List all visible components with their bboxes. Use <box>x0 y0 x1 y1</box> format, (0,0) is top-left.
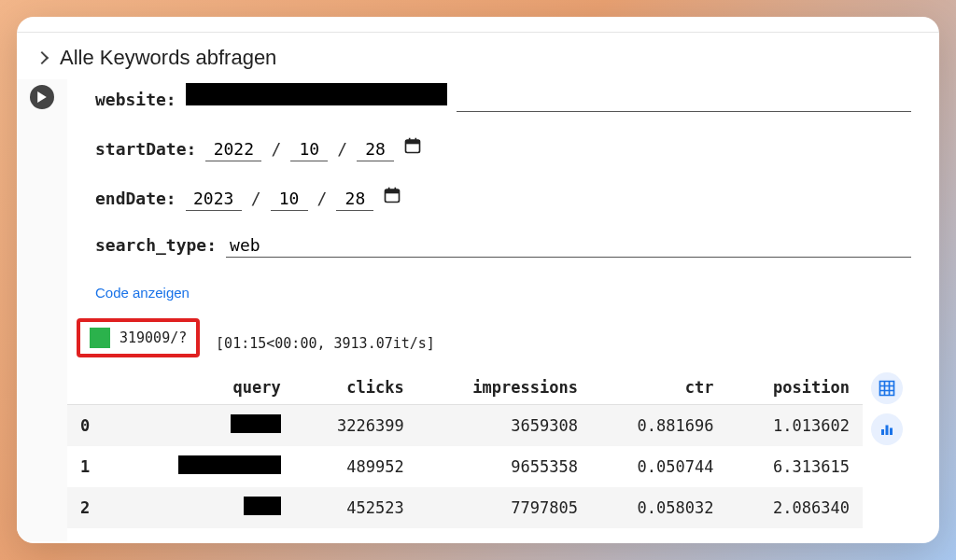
progress-wrap: 319009/? [01:15<00:00, 3913.07it/s] <box>67 318 911 357</box>
output-side-icons <box>863 371 911 445</box>
row-index: 2 <box>67 487 123 528</box>
svg-rect-9 <box>881 429 884 435</box>
output-row: 319009/? [01:15<00:00, 3913.07it/s] <box>17 318 911 357</box>
query-redacted <box>178 455 281 474</box>
progress-bar-icon <box>90 328 110 348</box>
svg-rect-11 <box>890 428 893 436</box>
col-query: query <box>123 371 294 405</box>
notebook-card: Alle Keywords abfragen m website: startD… <box>17 17 939 543</box>
cell-clicks: 3226399 <box>294 405 417 447</box>
gutter: m <box>17 79 67 541</box>
cell-ctr: 0.050744 <box>591 446 727 487</box>
cell-clicks: 489952 <box>294 446 417 487</box>
grid-icon <box>878 379 896 398</box>
dataframe-table: query clicks impressions ctr position 03… <box>67 371 863 528</box>
start-year-input[interactable] <box>205 139 261 161</box>
table-header-row: query clicks impressions ctr position <box>67 371 863 405</box>
progress-highlight: 319009/? <box>77 318 200 357</box>
play-icon <box>36 91 48 103</box>
table-view-button[interactable] <box>871 372 903 404</box>
slash: / <box>271 139 281 159</box>
row-index: 0 <box>67 405 123 447</box>
show-code-link[interactable]: Code anzeigen <box>95 285 190 301</box>
cell-header: Alle Keywords abfragen <box>17 33 939 79</box>
searchtype-label: search_type: <box>95 235 217 255</box>
end-year-input[interactable] <box>186 189 242 211</box>
enddate-row: endDate: / / <box>95 186 911 211</box>
cell-position: 1.013602 <box>726 405 863 447</box>
query-redacted <box>231 414 281 433</box>
svg-rect-1 <box>406 140 420 144</box>
calendar-icon[interactable] <box>403 136 422 155</box>
query-redacted <box>244 497 281 515</box>
row-index: 1 <box>67 446 123 487</box>
cell-impressions: 3659308 <box>417 405 591 447</box>
progress-count: 319009/? <box>120 329 187 346</box>
cell-title: Alle Keywords abfragen <box>60 46 276 70</box>
form-area: website: startDate: / / endDate: <box>67 79 939 541</box>
table-row: 148995296553580.0507446.313615 <box>67 446 863 487</box>
table-row: 245252377978050.0580322.086340 <box>67 487 863 528</box>
cell-query <box>123 487 294 528</box>
svg-rect-10 <box>886 426 889 436</box>
startdate-row: startDate: / / <box>95 136 911 161</box>
start-month-input[interactable] <box>290 139 328 161</box>
cell-position: 2.086340 <box>726 487 863 528</box>
table-wrap: query clicks impressions ctr position 03… <box>17 371 911 528</box>
website-input[interactable] <box>457 90 911 112</box>
table-row: 0322639936593080.8816961.013602 <box>67 405 863 447</box>
calendar-icon[interactable] <box>383 186 401 204</box>
card-inner: Alle Keywords abfragen m website: startD… <box>17 32 939 541</box>
cell-impressions: 7797805 <box>417 487 591 528</box>
col-ctr: ctr <box>591 371 727 405</box>
website-row: website: <box>95 83 911 112</box>
slash: / <box>317 189 328 208</box>
startdate-label: startDate: <box>95 139 196 159</box>
svg-rect-5 <box>386 189 400 193</box>
cell-ctr: 0.881696 <box>591 405 727 447</box>
enddate-label: endDate: <box>95 189 176 208</box>
slash: / <box>251 189 261 208</box>
expand-chevron-icon[interactable] <box>35 51 49 64</box>
start-day-input[interactable] <box>357 139 394 161</box>
run-cell-button[interactable] <box>30 85 54 109</box>
searchtype-input[interactable] <box>226 235 911 258</box>
cell-ctr: 0.058032 <box>591 487 727 528</box>
website-label: website: <box>95 90 176 109</box>
cell-body: m website: startDate: / / <box>17 79 939 541</box>
cell-query <box>123 446 294 487</box>
col-index <box>67 371 123 405</box>
col-clicks: clicks <box>294 371 417 405</box>
progress-tail: [01:15<00:00, 3913.07it/s] <box>216 335 435 352</box>
col-position: position <box>726 371 863 405</box>
slash: / <box>337 139 347 159</box>
website-redacted <box>186 83 447 105</box>
end-day-input[interactable] <box>336 189 373 211</box>
bar-chart-icon <box>879 421 895 438</box>
cell-clicks: 452523 <box>294 487 417 528</box>
cell-impressions: 9655358 <box>417 446 591 487</box>
cell-query <box>123 405 294 447</box>
chart-view-button[interactable] <box>871 413 903 445</box>
cell-position: 6.313615 <box>726 446 863 487</box>
searchtype-row: search_type: <box>95 235 911 258</box>
end-month-input[interactable] <box>271 189 308 211</box>
col-impressions: impressions <box>417 371 591 405</box>
